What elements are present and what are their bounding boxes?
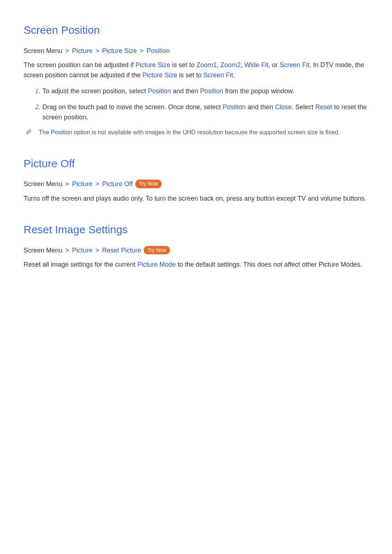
paragraph: The screen position can be adjusted if P… (24, 60, 368, 81)
breadcrumb-item: Screen Menu (24, 47, 62, 54)
text: Reset all image settings for the current (24, 261, 137, 268)
ordered-list: To adjust the screen position, select Po… (24, 86, 368, 123)
keyword: Zoom2 (220, 61, 241, 69)
section-screen-position: Screen Position Screen Menu > Picture > … (24, 22, 368, 138)
section-reset-image-settings: Reset Image Settings Screen Menu > Pictu… (24, 221, 368, 270)
text: to the default settings. This does not a… (176, 261, 362, 268)
chevron-right-icon: > (140, 47, 144, 54)
keyword: Picture Mode (137, 261, 176, 268)
text: Drag on the touch pad to move the screen… (42, 103, 222, 111)
text: The screen position can be adjusted if (24, 61, 135, 69)
breadcrumb: Screen Menu > Picture > Picture Off Try … (24, 179, 368, 189)
heading-reset-image-settings: Reset Image Settings (24, 221, 368, 238)
breadcrumb-item: Reset Picture (102, 247, 141, 254)
heading-picture-off: Picture Off (24, 155, 368, 172)
try-now-badge: Try Now (135, 180, 162, 188)
chevron-right-icon: > (95, 180, 99, 188)
try-now-badge: Try Now (144, 246, 170, 255)
text: and then (171, 87, 200, 95)
chevron-right-icon: > (65, 47, 69, 54)
keyword: Picture Size (135, 61, 170, 69)
keyword: Close (275, 103, 291, 111)
paragraph: Turns off the screen and plays audio onl… (24, 194, 368, 204)
chevron-right-icon: > (95, 247, 99, 254)
keyword: Position (148, 87, 171, 95)
text: . Select (291, 103, 315, 111)
keyword: Picture Size (142, 71, 177, 79)
keyword: Position (222, 103, 246, 111)
chevron-right-icon: > (65, 247, 69, 254)
list-item: To adjust the screen position, select Po… (40, 86, 368, 97)
text: , (241, 61, 244, 69)
breadcrumb-item: Picture (72, 180, 93, 188)
text: , (217, 61, 220, 69)
keyword: Screen Fit (279, 61, 309, 69)
pencil-icon (26, 128, 33, 138)
breadcrumb-item: Picture (72, 47, 93, 54)
section-picture-off: Picture Off Screen Menu > Picture > Pict… (24, 155, 368, 204)
breadcrumb-item: Picture Off (102, 180, 133, 188)
text: To adjust the screen position, select (42, 87, 148, 95)
keyword: Wide Fit (244, 61, 268, 69)
text: and then (246, 103, 275, 111)
breadcrumb-item: Picture Size (102, 47, 137, 54)
keyword: Reset (315, 103, 332, 111)
breadcrumb-item: Picture (72, 247, 93, 254)
breadcrumb-item: Screen Menu (24, 180, 62, 188)
breadcrumb: Screen Menu > Picture > Reset Picture Tr… (24, 246, 368, 256)
keyword: Screen Fit (203, 71, 233, 79)
text: . (233, 71, 235, 79)
text: is set to (177, 71, 203, 79)
text: from the popup window. (223, 87, 294, 95)
note: The Position option is not available wit… (26, 128, 368, 138)
breadcrumb-item: Screen Menu (24, 247, 62, 254)
text: The (39, 129, 51, 135)
keyword: Position (51, 129, 72, 135)
keyword: Position (200, 87, 223, 95)
breadcrumb: Screen Menu > Picture > Picture Size > P… (24, 46, 368, 56)
text: is set to (170, 61, 196, 69)
text: option is not available with images in t… (72, 129, 340, 135)
note-text: The Position option is not available wit… (39, 128, 340, 137)
list-item: Drag on the touch pad to move the screen… (40, 102, 368, 123)
heading-screen-position: Screen Position (24, 22, 368, 39)
chevron-right-icon: > (65, 180, 69, 188)
chevron-right-icon: > (95, 47, 99, 54)
breadcrumb-item: Position (147, 47, 170, 54)
keyword: Zoom1 (196, 61, 217, 69)
text: , or (268, 61, 279, 69)
paragraph: Reset all image settings for the current… (24, 260, 368, 270)
